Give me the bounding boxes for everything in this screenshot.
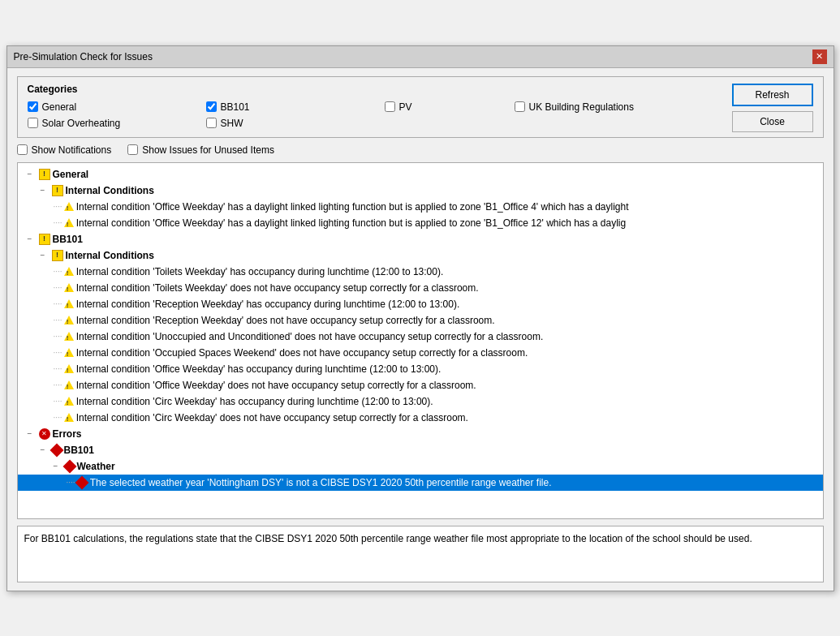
warn-5-text: Internal condition 'Reception Weekday' h… bbox=[76, 297, 460, 312]
error-diamond-icon bbox=[50, 443, 63, 457]
tree-node-internal-cond-1[interactable]: − Internal Conditions bbox=[18, 183, 823, 199]
pv-checkbox[interactable] bbox=[385, 101, 395, 112]
warning-icon bbox=[64, 413, 74, 422]
tree-node-general[interactable]: − General bbox=[18, 166, 823, 183]
errors-node-label: Errors bbox=[53, 427, 82, 441]
warn-12-text: Internal condition 'Circ Weekday' does n… bbox=[76, 410, 468, 425]
tree-node-warn-1[interactable]: ···· Internal condition 'Office Weekday'… bbox=[18, 199, 823, 215]
window-title: Pre-Simulation Check for Issues bbox=[14, 51, 153, 62]
collapse-icon[interactable]: − bbox=[28, 233, 37, 245]
solar-overheating-label: Solar Overheating bbox=[42, 118, 121, 129]
dash-connector: ···· bbox=[54, 314, 62, 326]
warn-8-text: Internal condition 'Occupied Spaces Week… bbox=[76, 346, 528, 360]
tree-node-error-1[interactable]: ···· The selected weather year 'Nottingh… bbox=[18, 475, 823, 491]
warn-7-text: Internal condition 'Unoccupied and Uncon… bbox=[76, 329, 544, 344]
bb101-label: BB101 bbox=[221, 101, 250, 113]
window-close-button[interactable]: ✕ bbox=[812, 49, 827, 64]
tree-node-bb101[interactable]: − BB101 bbox=[18, 231, 823, 247]
tree-node-errors[interactable]: − Errors bbox=[18, 426, 823, 442]
main-content: Categories General BB101 PV bbox=[7, 68, 834, 591]
warning-group-icon bbox=[39, 234, 50, 245]
tree-node-warn-7[interactable]: ···· Internal condition 'Unoccupied and … bbox=[18, 329, 823, 345]
main-window: Pre-Simulation Check for Issues ✕ Catego… bbox=[6, 45, 834, 591]
tree-node-internal-cond-2[interactable]: − Internal Conditions bbox=[18, 247, 823, 264]
warning-icon bbox=[64, 202, 74, 211]
description-text: For BB101 calculations, the regulations … bbox=[24, 533, 752, 544]
shw-checkbox[interactable] bbox=[206, 118, 217, 128]
tree-node-warn-4[interactable]: ···· Internal condition 'Toilets Weekday… bbox=[18, 280, 823, 296]
dash-connector: ···· bbox=[54, 281, 62, 294]
general-checkbox[interactable] bbox=[28, 101, 38, 112]
category-general[interactable]: General bbox=[28, 101, 206, 113]
dash-connector: ···· bbox=[54, 200, 62, 213]
warning-group-icon bbox=[52, 185, 63, 196]
tree-node-weather[interactable]: − Weather bbox=[18, 458, 823, 475]
error-diamond-icon bbox=[62, 459, 76, 473]
warning-group-icon bbox=[52, 250, 63, 261]
show-issues-unused-checkbox[interactable] bbox=[127, 144, 138, 155]
category-bb101[interactable]: BB101 bbox=[206, 101, 385, 113]
warning-icon bbox=[64, 283, 74, 292]
warning-icon bbox=[64, 397, 74, 406]
warning-icon bbox=[64, 332, 74, 341]
uk-building-reg-label: UK Building Regulations bbox=[529, 101, 634, 113]
show-issues-unused-option[interactable]: Show Issues for Unused Items bbox=[127, 144, 274, 156]
warn-11-text: Internal condition 'Circ Weekday' has oc… bbox=[76, 394, 433, 409]
category-uk-building-reg[interactable]: UK Building Regulations bbox=[515, 101, 644, 113]
show-notifications-label: Show Notifications bbox=[32, 144, 112, 156]
tree-node-warn-10[interactable]: ···· Internal condition 'Office Weekday'… bbox=[18, 377, 823, 393]
bb101-checkbox[interactable] bbox=[206, 101, 217, 112]
warning-icon bbox=[64, 218, 74, 227]
warning-icon bbox=[64, 299, 74, 308]
show-notifications-checkbox[interactable] bbox=[17, 144, 28, 155]
category-shw[interactable]: SHW bbox=[206, 118, 385, 129]
tree-node-warn-9[interactable]: ···· Internal condition 'Office Weekday'… bbox=[18, 361, 823, 377]
warning-icon bbox=[64, 348, 74, 357]
tree-node-bb101-error[interactable]: − BB101 bbox=[18, 442, 823, 458]
tree-node-warn-5[interactable]: ···· Internal condition 'Reception Weekd… bbox=[18, 296, 823, 312]
category-solar-overheating[interactable]: Solar Overheating bbox=[28, 118, 206, 129]
collapse-icon[interactable]: − bbox=[41, 184, 50, 196]
show-notifications-option[interactable]: Show Notifications bbox=[17, 144, 112, 156]
warning-icon bbox=[64, 380, 74, 389]
pv-label: PV bbox=[399, 101, 412, 113]
dash-connector: ···· bbox=[54, 298, 62, 310]
uk-building-reg-checkbox[interactable] bbox=[515, 101, 525, 112]
collapse-icon[interactable]: − bbox=[28, 428, 37, 440]
collapse-icon[interactable]: − bbox=[41, 249, 50, 261]
error-group-icon bbox=[39, 428, 50, 440]
categories-label: Categories bbox=[28, 84, 813, 95]
collapse-icon[interactable]: − bbox=[28, 168, 37, 180]
collapse-icon[interactable]: − bbox=[41, 444, 50, 456]
bb101-node-label: BB101 bbox=[53, 232, 83, 247]
solar-overheating-checkbox[interactable] bbox=[28, 118, 38, 128]
warn-2-text: Internal condition 'Office Weekday' has … bbox=[76, 216, 627, 230]
bb101-error-label: BB101 bbox=[64, 443, 94, 458]
dash-connector: ···· bbox=[67, 476, 75, 488]
dash-connector: ···· bbox=[54, 265, 62, 277]
tree-node-warn-3[interactable]: ···· Internal condition 'Toilets Weekday… bbox=[18, 264, 823, 280]
tree-node-warn-2[interactable]: ···· Internal condition 'Office Weekday'… bbox=[18, 215, 823, 231]
show-issues-unused-label: Show Issues for Unused Items bbox=[142, 144, 274, 156]
dash-connector: ···· bbox=[54, 217, 62, 229]
refresh-button[interactable]: Refresh bbox=[732, 84, 813, 106]
error-diamond-icon bbox=[75, 475, 88, 489]
tree-node-warn-11[interactable]: ···· Internal condition 'Circ Weekday' h… bbox=[18, 393, 823, 410]
tree-node-warn-8[interactable]: ···· Internal condition 'Occupied Spaces… bbox=[18, 345, 823, 361]
warn-6-text: Internal condition 'Reception Weekday' d… bbox=[76, 313, 495, 328]
warning-icon bbox=[64, 364, 74, 373]
categories-grid: General BB101 PV UK Building Regulations bbox=[28, 101, 813, 129]
tree-node-warn-12[interactable]: ···· Internal condition 'Circ Weekday' d… bbox=[18, 410, 823, 426]
description-panel: For BB101 calculations, the regulations … bbox=[17, 526, 824, 582]
close-button[interactable]: Close bbox=[732, 111, 813, 132]
warn-4-text: Internal condition 'Toilets Weekday' doe… bbox=[76, 281, 479, 295]
collapse-icon[interactable]: − bbox=[54, 460, 63, 472]
categories-section: Categories General BB101 PV bbox=[17, 76, 824, 138]
warning-group-icon bbox=[39, 169, 50, 180]
category-pv[interactable]: PV bbox=[385, 101, 515, 113]
dash-connector: ···· bbox=[54, 363, 62, 375]
issues-tree[interactable]: − General − Internal Conditions ···· Int… bbox=[17, 162, 824, 519]
options-row: Show Notifications Show Issues for Unuse… bbox=[17, 144, 824, 156]
warn-10-text: Internal condition 'Office Weekday' does… bbox=[76, 378, 476, 393]
tree-node-warn-6[interactable]: ···· Internal condition 'Reception Weekd… bbox=[18, 312, 823, 329]
